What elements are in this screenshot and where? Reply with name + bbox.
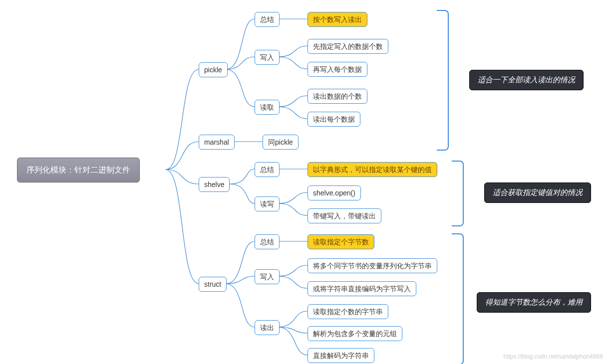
pickle-write-label[interactable]: 写入 <box>255 50 280 65</box>
shelve-rw-child-1[interactable]: 带键写入，带键读出 <box>307 208 381 223</box>
note-struct[interactable]: 得知道字节数怎么分布，难用 <box>477 292 591 313</box>
marshal-desc[interactable]: 同pickle <box>263 135 299 150</box>
branch-pickle[interactable]: pickle <box>199 62 228 77</box>
bracket-pickle <box>437 10 449 151</box>
branch-struct[interactable]: struct <box>199 277 227 292</box>
struct-read-child-2[interactable]: 直接解码为字符串 <box>307 348 374 363</box>
pickle-summary-value[interactable]: 按个数写入读出 <box>307 12 367 27</box>
branch-shelve[interactable]: shelve <box>199 177 230 192</box>
struct-write-label[interactable]: 写入 <box>255 269 280 284</box>
struct-read-child-1[interactable]: 解析为包含多个变量的元组 <box>307 326 402 341</box>
pickle-read-child-1[interactable]: 读出每个数据 <box>307 112 360 127</box>
bracket-struct <box>452 233 464 364</box>
struct-read-label[interactable]: 读出 <box>255 320 280 335</box>
note-shelve[interactable]: 适合获取指定键值对的情况 <box>484 182 591 203</box>
shelve-rw-label[interactable]: 读写 <box>255 196 280 211</box>
shelve-summary-label[interactable]: 总结 <box>255 162 280 177</box>
branch-marshal[interactable]: marshal <box>199 135 235 150</box>
struct-summary-label[interactable]: 总结 <box>255 234 280 249</box>
pickle-write-child-0[interactable]: 先指定写入的数据个数 <box>307 39 388 54</box>
watermark: https://blog.csdn.net/sandalphon4869 <box>504 353 604 360</box>
pickle-read-child-0[interactable]: 读出数据的个数 <box>307 89 367 104</box>
root-node[interactable]: 序列化模块：针对二进制文件 <box>17 158 140 182</box>
note-pickle[interactable]: 适合一下全部读入读出的情况 <box>469 70 584 90</box>
bracket-shelve <box>452 161 464 226</box>
struct-summary-value[interactable]: 读取指定个字节数 <box>307 234 374 249</box>
pickle-read-label[interactable]: 读取 <box>255 100 280 115</box>
pickle-write-child-1[interactable]: 再写入每个数据 <box>307 62 367 77</box>
shelve-summary-value[interactable]: 以字典形式，可以指定读取某个键的值 <box>307 162 437 177</box>
shelve-rw-child-0[interactable]: shelve.open() <box>307 185 361 200</box>
struct-write-child-1[interactable]: 或将字符串直接编码为字节写入 <box>307 281 416 296</box>
struct-read-child-0[interactable]: 读取指定个数的字节串 <box>307 304 388 319</box>
struct-write-child-0[interactable]: 将多个同字节书的变量序列化为字节串 <box>307 258 437 273</box>
pickle-summary-label[interactable]: 总结 <box>255 12 280 27</box>
